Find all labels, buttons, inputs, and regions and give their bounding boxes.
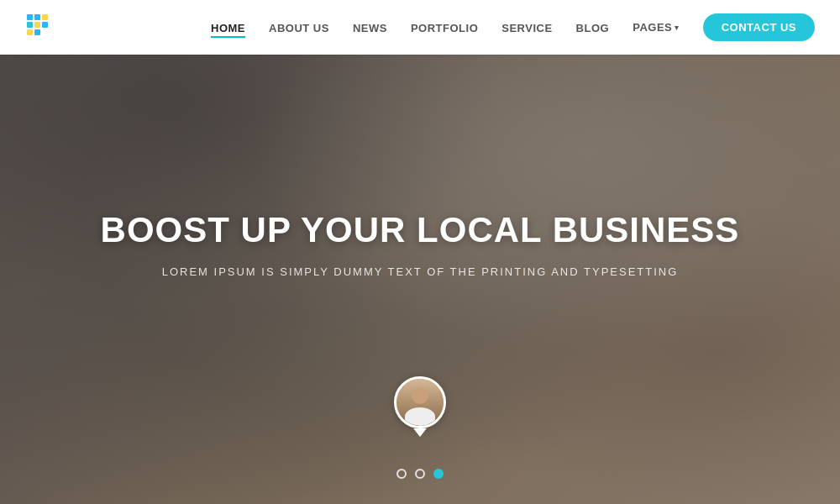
avatar-image bbox=[396, 379, 444, 426]
nav-link-news[interactable]: NEWS bbox=[353, 22, 387, 34]
nav-link-portfolio[interactable]: PORTFOLIO bbox=[411, 22, 478, 34]
nav-item-news[interactable]: NEWS bbox=[353, 20, 387, 35]
hero-subtitle: LOREM IPSUM IS SIMPLY DUMMY TEXT OF THE … bbox=[162, 265, 679, 278]
svg-rect-7 bbox=[34, 29, 40, 35]
chevron-down-icon: ▾ bbox=[675, 24, 680, 32]
svg-rect-4 bbox=[42, 14, 48, 20]
slider-dot-1[interactable] bbox=[396, 469, 407, 479]
nav-item-service[interactable]: SERVICE bbox=[501, 20, 552, 35]
svg-rect-5 bbox=[42, 22, 48, 28]
speech-tail bbox=[413, 428, 427, 437]
hero-title: BOOST UP YOUR LOCAL BUSINESS bbox=[101, 210, 740, 250]
nav-item-portfolio[interactable]: PORTFOLIO bbox=[411, 20, 478, 35]
slider-dot-3[interactable] bbox=[433, 469, 444, 479]
svg-rect-1 bbox=[34, 14, 40, 20]
nav-link-service[interactable]: SERVICE bbox=[501, 22, 552, 34]
nav-link-blog[interactable]: BLOG bbox=[576, 22, 610, 34]
nav-item-about[interactable]: ABOUT US bbox=[269, 20, 329, 35]
svg-rect-2 bbox=[27, 22, 33, 28]
nav-item-home[interactable]: HOME bbox=[211, 20, 245, 35]
nav-link-about[interactable]: ABOUT US bbox=[269, 22, 329, 34]
nav-link-pages[interactable]: PAGES ▾ bbox=[633, 21, 680, 34]
contact-us-button[interactable]: CONTACT US bbox=[703, 13, 815, 41]
hero-section: BOOST UP YOUR LOCAL BUSINESS LOREM IPSUM… bbox=[0, 0, 840, 504]
svg-rect-6 bbox=[27, 29, 33, 35]
logo[interactable] bbox=[25, 13, 55, 43]
svg-rect-3 bbox=[34, 22, 40, 28]
svg-rect-0 bbox=[27, 14, 33, 20]
nav-item-blog[interactable]: BLOG bbox=[576, 20, 610, 35]
nav-item-contact[interactable]: CONTACT US bbox=[703, 13, 815, 41]
logo-icon bbox=[25, 13, 55, 43]
slider-dots bbox=[396, 469, 444, 479]
navbar: HOME ABOUT US NEWS PORTFOLIO SERVICE BLO… bbox=[0, 0, 840, 55]
nav-links: HOME ABOUT US NEWS PORTFOLIO SERVICE BLO… bbox=[211, 13, 815, 41]
nav-item-pages[interactable]: PAGES ▾ bbox=[633, 21, 680, 34]
slider-dot-2[interactable] bbox=[415, 469, 425, 479]
nav-link-home[interactable]: HOME bbox=[211, 22, 245, 38]
avatar bbox=[394, 376, 446, 428]
avatar-bubble bbox=[394, 376, 446, 437]
